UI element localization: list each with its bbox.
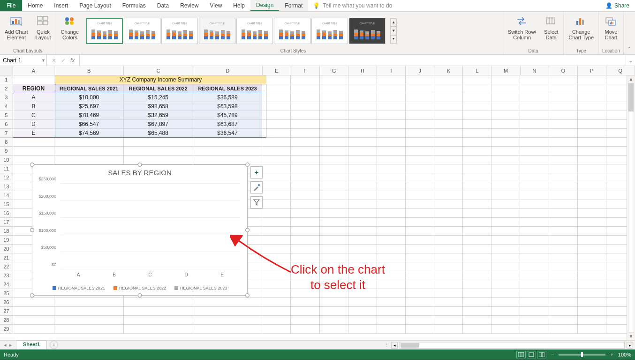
cell-J28[interactable]	[406, 316, 434, 325]
hscroll-left-button[interactable]: ◂	[391, 342, 398, 349]
cell-M22[interactable]	[491, 262, 520, 271]
cell-E27[interactable]	[262, 307, 291, 316]
cell-O26[interactable]	[549, 298, 578, 307]
zoom-in-button[interactable]: +	[610, 352, 613, 357]
cell-F9[interactable]	[291, 147, 319, 156]
cell-B29[interactable]	[54, 325, 124, 334]
cell-P21[interactable]	[578, 253, 606, 262]
cell-P12[interactable]	[578, 173, 606, 182]
cell-P18[interactable]	[578, 227, 606, 236]
scroll-up-button[interactable]: ▲	[627, 75, 635, 83]
cell-G3[interactable]	[320, 93, 348, 102]
cell-G5[interactable]	[320, 111, 348, 120]
column-header-L[interactable]: L	[463, 66, 491, 75]
cell-P8[interactable]	[578, 138, 606, 147]
row-header-8[interactable]: 8	[0, 138, 13, 147]
cell-B27[interactable]	[54, 307, 124, 316]
cell-N26[interactable]	[520, 298, 549, 307]
cell-G28[interactable]	[320, 316, 348, 325]
column-header-C[interactable]: C	[124, 66, 193, 75]
cell-B3[interactable]: $10,000	[54, 93, 124, 102]
cell-P6[interactable]	[578, 120, 606, 129]
cell-H4[interactable]	[348, 102, 377, 111]
cell-I6[interactable]	[377, 120, 406, 129]
cell-J11[interactable]	[406, 164, 434, 173]
cell-K13[interactable]	[434, 182, 463, 191]
cell-O17[interactable]	[549, 218, 578, 227]
row-header-24[interactable]: 24	[0, 280, 13, 289]
cell-F28[interactable]	[291, 316, 319, 325]
chart-title[interactable]: SALES BY REGION	[32, 165, 247, 178]
switch-row-column-button[interactable]: Switch Row/ Column	[506, 14, 538, 41]
cell-D10[interactable]	[193, 156, 263, 164]
cell-N16[interactable]	[520, 209, 549, 218]
cell-N20[interactable]	[520, 245, 549, 253]
cell-I10[interactable]	[377, 156, 406, 164]
cell-M8[interactable]	[491, 138, 520, 147]
cell-F18[interactable]	[291, 227, 319, 236]
cell-D7[interactable]: $36,547	[193, 129, 263, 138]
cell-N24[interactable]	[520, 280, 549, 289]
cell-P13[interactable]	[578, 182, 606, 191]
cell-O6[interactable]	[549, 120, 578, 129]
select-data-button[interactable]: Select Data	[542, 14, 560, 41]
cell-K27[interactable]	[434, 307, 463, 316]
share-button[interactable]: 👤 Share	[600, 0, 635, 11]
row-header-7[interactable]: 7	[0, 129, 13, 138]
cell-F19[interactable]	[291, 236, 319, 245]
menu-tab-view[interactable]: View	[204, 0, 228, 11]
cell-O15[interactable]	[549, 200, 578, 209]
cell-C6[interactable]: $67,897	[124, 120, 193, 129]
cell-I11[interactable]	[377, 164, 406, 173]
change-chart-type-button[interactable]: Change Chart Type	[567, 14, 596, 41]
cell-H12[interactable]	[348, 173, 377, 182]
row-header-26[interactable]: 26	[0, 298, 13, 307]
name-box[interactable]: Chart 1 ▼	[0, 55, 47, 66]
cell-I14[interactable]	[377, 191, 406, 200]
cell-C5[interactable]: $32,659	[124, 111, 193, 120]
cell-A6[interactable]: D	[13, 120, 55, 129]
chart-styles-gallery[interactable]: CHART TITLECHART TITLECHART TITLECHART T…	[86, 18, 386, 44]
cell-J24[interactable]	[406, 280, 434, 289]
cell-A27[interactable]	[13, 307, 55, 316]
cell-L27[interactable]	[463, 307, 491, 316]
cell-J16[interactable]	[406, 209, 434, 218]
chart-style-thumb-5[interactable]: CHART TITLE	[236, 18, 273, 44]
cell-O20[interactable]	[549, 245, 578, 253]
cell-M29[interactable]	[491, 325, 520, 334]
cell-K12[interactable]	[434, 173, 463, 182]
cell-L23[interactable]	[463, 271, 491, 280]
cell-E2[interactable]	[262, 84, 291, 93]
cell-L17[interactable]	[463, 218, 491, 227]
cell-H16[interactable]	[348, 209, 377, 218]
cell-F13[interactable]	[291, 182, 319, 191]
cell-L2[interactable]	[463, 84, 491, 93]
cell-F26[interactable]	[291, 298, 319, 307]
zoom-slider[interactable]	[559, 354, 605, 356]
cell-L11[interactable]	[463, 164, 491, 173]
cell-N6[interactable]	[520, 120, 549, 129]
cell-H9[interactable]	[348, 147, 377, 156]
column-header-N[interactable]: N	[521, 66, 549, 75]
cell-E24[interactable]	[262, 280, 291, 289]
cell-F6[interactable]	[291, 120, 319, 129]
cell-I5[interactable]	[377, 111, 406, 120]
cell-K26[interactable]	[434, 298, 463, 307]
cell-F10[interactable]	[291, 156, 319, 164]
menu-tab-home[interactable]: Home	[22, 0, 48, 11]
cell-E11[interactable]	[262, 164, 291, 173]
cell-J29[interactable]	[406, 325, 434, 334]
cell-L29[interactable]	[463, 325, 491, 334]
row-header-19[interactable]: 19	[0, 236, 13, 245]
cell-I13[interactable]	[377, 182, 406, 191]
cell-P25[interactable]	[578, 289, 606, 298]
cell-K8[interactable]	[434, 138, 463, 147]
cell-B4[interactable]: $25,697	[54, 102, 124, 111]
cell-J22[interactable]	[406, 262, 434, 271]
row-header-1[interactable]: 1	[0, 75, 13, 84]
hscroll-right-button[interactable]: ▸	[627, 342, 633, 349]
cell-K15[interactable]	[434, 200, 463, 209]
menu-tab-review[interactable]: Review	[174, 0, 204, 11]
cell-N2[interactable]	[520, 84, 549, 93]
cell-I3[interactable]	[377, 93, 406, 102]
